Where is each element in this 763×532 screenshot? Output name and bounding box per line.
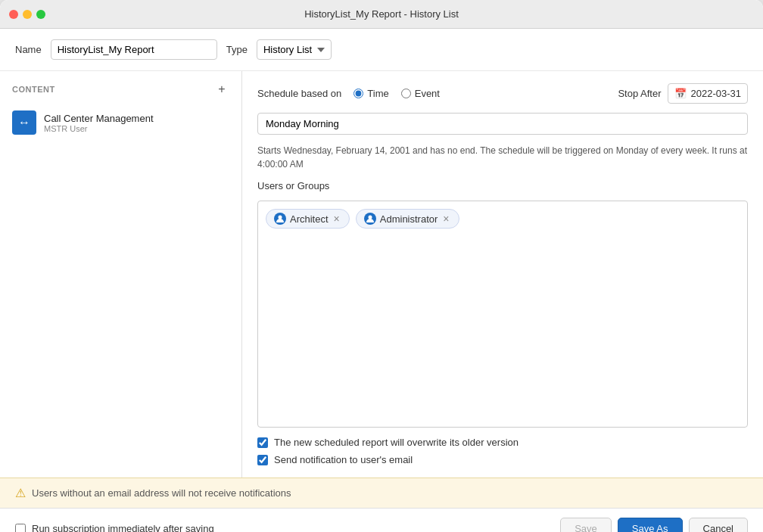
svg-point-0	[279, 216, 282, 219]
checkbox-notification-label: Send notification to user's email	[274, 454, 413, 465]
type-label: Type	[226, 44, 248, 55]
name-type-row: Name Type History List Report Dashboard	[0, 29, 763, 71]
maximize-button[interactable]	[36, 10, 45, 19]
list-item[interactable]: ↔ Call Center Management MSTR User	[0, 104, 241, 141]
schedule-based-on-label: Schedule based on	[257, 88, 341, 99]
checkbox-overwrite[interactable]	[257, 437, 268, 448]
radio-event-input[interactable]	[401, 89, 411, 98]
checkboxes-section: The new scheduled report will overwrite …	[257, 437, 748, 465]
run-immediately-checkbox[interactable]	[15, 524, 26, 533]
warning-bar: ⚠ Users without an email address will no…	[0, 478, 763, 508]
save-as-button[interactable]: Save As	[618, 518, 683, 532]
item-icon: ↔	[12, 110, 36, 135]
tags-row: Architect × Administrator ×	[266, 209, 740, 229]
stop-after-label: Stop After	[618, 88, 661, 99]
save-button[interactable]: Save	[560, 518, 612, 532]
minimize-button[interactable]	[23, 10, 32, 19]
item-name: Call Center Management	[44, 113, 154, 124]
radio-event-option[interactable]: Event	[401, 88, 440, 99]
warning-icon: ⚠	[15, 486, 26, 500]
tag-administrator: Administrator ×	[356, 209, 459, 229]
item-text: Call Center Management MSTR User	[44, 113, 154, 133]
footer-buttons: Save Save As Cancel	[560, 518, 748, 532]
close-button[interactable]	[9, 10, 18, 19]
tag-architect-label: Architect	[290, 213, 329, 225]
main-content: CONTENT + ↔ Call Center Management MSTR …	[0, 71, 763, 478]
stop-after-date-value: 2022-03-31	[691, 88, 742, 99]
tag-administrator-remove[interactable]: ×	[441, 213, 450, 224]
svg-point-1	[368, 216, 372, 219]
radio-time-label: Time	[367, 88, 388, 99]
schedule-row: Schedule based on Time Event Stop After …	[257, 83, 748, 104]
checkbox-overwrite-label: The new scheduled report will overwrite …	[274, 437, 519, 448]
checkbox-notification-row[interactable]: Send notification to user's email	[257, 454, 748, 465]
run-checkbox-row: Run subscription immediately after savin…	[15, 523, 553, 532]
sidebar-header: CONTENT +	[0, 82, 241, 104]
type-select[interactable]: History List Report Dashboard	[257, 39, 332, 60]
stop-after-date[interactable]: 📅 2022-03-31	[668, 83, 749, 104]
tag-administrator-label: Administrator	[380, 213, 438, 225]
type-select-wrapper: History List Report Dashboard	[257, 39, 332, 60]
architect-icon	[274, 213, 286, 225]
item-sub: MSTR User	[44, 124, 154, 133]
calendar-icon: 📅	[674, 88, 687, 99]
radio-time-option[interactable]: Time	[353, 88, 388, 99]
users-groups-label: Users or Groups	[257, 180, 748, 191]
schedule-description: Starts Wednesday, February 14, 2001 and …	[257, 144, 748, 171]
footer: Run subscription immediately after savin…	[0, 508, 763, 532]
window-title: HistoryList_My Report - History List	[304, 8, 459, 20]
radio-time-input[interactable]	[353, 89, 363, 98]
schedule-name-input[interactable]	[257, 113, 748, 135]
users-groups-box[interactable]: Architect × Administrator ×	[257, 201, 748, 428]
name-input[interactable]	[51, 39, 217, 60]
run-immediately-label: Run subscription immediately after savin…	[32, 523, 214, 532]
sidebar-title: CONTENT	[12, 85, 55, 94]
name-label: Name	[15, 44, 42, 55]
checkbox-overwrite-row[interactable]: The new scheduled report will overwrite …	[257, 437, 748, 448]
radio-event-label: Event	[415, 88, 440, 99]
title-bar: HistoryList_My Report - History List	[0, 0, 763, 29]
right-panel: Schedule based on Time Event Stop After …	[242, 71, 763, 478]
sidebar: CONTENT + ↔ Call Center Management MSTR …	[0, 71, 242, 478]
traffic-lights	[9, 10, 45, 19]
tag-architect: Architect ×	[266, 209, 350, 229]
tag-architect-remove[interactable]: ×	[332, 213, 341, 224]
administrator-icon	[364, 213, 376, 225]
schedule-radio-group: Time Event	[353, 88, 440, 99]
warning-text: Users without an email address will not …	[32, 487, 291, 499]
stop-after-section: Stop After 📅 2022-03-31	[618, 83, 748, 104]
main-window: HistoryList_My Report - History List Nam…	[0, 0, 763, 532]
checkbox-notification[interactable]	[257, 455, 268, 465]
arrow-icon: ↔	[18, 116, 30, 129]
add-content-button[interactable]: +	[214, 82, 229, 97]
cancel-button[interactable]: Cancel	[689, 518, 748, 532]
